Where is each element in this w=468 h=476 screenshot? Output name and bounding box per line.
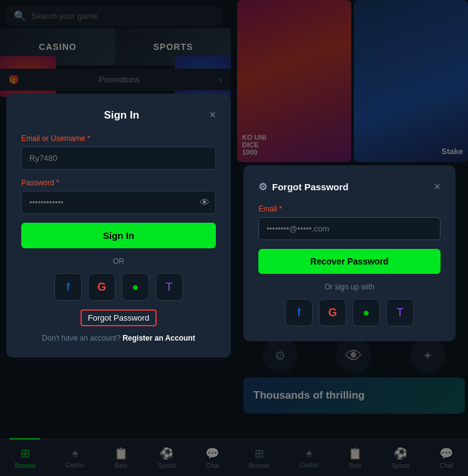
forgot-password-container: Forgot Password (21, 309, 216, 326)
forgot-password-modal: ⚙ Forgot Password × Email * Recover Pass… (243, 165, 456, 341)
forgot-modal-title: ⚙ Forgot Password (258, 181, 349, 193)
forgot-email-group: Email * (258, 205, 441, 240)
fp-google-button[interactable]: G (319, 299, 346, 326)
toggle-password-icon[interactable]: 👁 (200, 197, 210, 208)
gear-icon: ⚙ (258, 181, 267, 193)
facebook-signin-button[interactable]: f (54, 273, 82, 301)
forgot-close-button[interactable]: × (434, 180, 441, 193)
email-label: Email or Username * (21, 134, 216, 143)
forgot-password-link[interactable]: Forgot Password (80, 309, 157, 326)
fp-twitch-button[interactable]: T (386, 299, 414, 326)
signin-modal: Sign In × Email or Username * Password *… (6, 94, 231, 357)
email-input[interactable] (21, 147, 216, 170)
forgot-email-input[interactable] (258, 217, 441, 240)
line-signin-button[interactable]: ● (122, 273, 149, 301)
forgot-modal-header: ⚙ Forgot Password × (258, 180, 441, 193)
twitch-signin-button[interactable]: T (155, 273, 183, 301)
register-account-link[interactable]: Register an Account (122, 334, 195, 342)
google-signin-button[interactable]: G (88, 273, 115, 301)
signin-close-button[interactable]: × (209, 109, 216, 122)
signin-button[interactable]: Sign In (21, 223, 216, 248)
signin-title: Sign In (34, 109, 209, 122)
email-field-group: Email or Username * (21, 134, 216, 170)
forgot-social-buttons: f G ● T (258, 299, 441, 326)
forgot-email-label: Email * (258, 205, 441, 213)
password-input[interactable] (21, 191, 216, 214)
social-buttons: f G ● T (21, 273, 216, 301)
fp-facebook-button[interactable]: f (285, 299, 313, 326)
recover-password-button[interactable]: Recover Password (258, 249, 441, 274)
password-label: Password * (21, 178, 216, 187)
modal-header: Sign In × (21, 109, 216, 122)
or-divider: OR (21, 257, 216, 266)
or-signup-text: Or sign up with (258, 283, 441, 291)
password-field-group: Password * 👁 (21, 178, 216, 214)
register-text: Don't have an account? Register an Accou… (21, 334, 216, 342)
password-wrapper: 👁 (21, 191, 216, 214)
fp-line-button[interactable]: ● (353, 299, 380, 326)
